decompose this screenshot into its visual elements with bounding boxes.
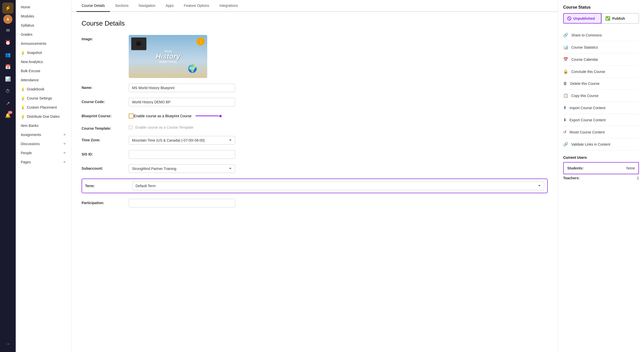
eye-icon-people[interactable]: 👁 — [63, 151, 66, 155]
stats-icon: 📊 — [563, 45, 568, 50]
unpublished-button[interactable]: Unpublished — [563, 13, 601, 24]
inbox-icon[interactable]: ✉ — [2, 25, 13, 36]
participation-input[interactable] — [129, 199, 235, 207]
calendar-icon[interactable]: 📅 — [2, 61, 13, 72]
sidebar-item-bulk-excuse[interactable]: Bulk Excuse — [16, 66, 71, 75]
sidebar-item-modules[interactable]: Modules — [16, 12, 71, 21]
sidebar-item-item-banks[interactable]: Item Banks — [16, 121, 71, 130]
sidebar-item-custom-placement[interactable]: 💡Custom Placement — [16, 103, 71, 112]
time-zone-form-row: Time Zone: Mountain Time (US & Canada) (… — [82, 136, 548, 145]
tab-navigation[interactable]: Navigation — [134, 0, 161, 12]
teachers-row: Teachers: 1 — [563, 174, 639, 182]
students-row: Students: None — [567, 165, 635, 171]
tab-sections[interactable]: Sections — [110, 0, 134, 12]
action-delete-course[interactable]: 🗑 Delete this Course — [563, 78, 639, 90]
image-label: Image: — [82, 35, 125, 41]
sis-id-input[interactable] — [129, 150, 235, 159]
sidebar-item-snapshot[interactable]: 💡Snapshot — [16, 48, 71, 57]
sidebar-item-people[interactable]: People👁 — [16, 148, 71, 158]
action-reset-course-content[interactable]: ↺ Reset Course Content — [563, 126, 639, 138]
action-share-label: Share to Commons — [571, 33, 602, 37]
action-copy-label: Copy this Course — [571, 94, 598, 98]
action-course-statistics[interactable]: 📊 Course Statistics — [563, 41, 639, 53]
lock-icon: 🔒 — [563, 69, 568, 74]
sidebar-item-gradebook[interactable]: 💡Gradebook — [16, 85, 71, 94]
term-form-row-highlighted: Term: Default Term — [82, 179, 548, 193]
no-entry-icon — [567, 16, 571, 21]
course-status-title: Course Status — [563, 5, 639, 10]
sidebar-item-grades[interactable]: Grades — [16, 30, 71, 39]
sidebar-item-syllabus[interactable]: Syllabus — [16, 21, 71, 30]
import-icon: ⬆ — [563, 105, 566, 110]
time-zone-control: Mountain Time (US & Canada) (-07:00/-06:… — [129, 136, 235, 145]
sidebar-item-assignments[interactable]: Assignments👁 — [16, 130, 71, 139]
blueprint-checkbox[interactable] — [129, 113, 134, 119]
clock-icon[interactable]: ⏰ — [2, 37, 13, 48]
sidebar-item-home[interactable]: Home — [16, 3, 71, 12]
subaccount-label: Subaccount: — [82, 164, 125, 170]
export-icon[interactable]: ↗ — [2, 98, 13, 109]
action-conclude-course[interactable]: 🔒 Conclude this Course — [563, 66, 639, 78]
eye-icon-assignments[interactable]: 👁 — [63, 133, 66, 136]
check-icon: ✅ — [605, 16, 610, 21]
sidebar-item-pages[interactable]: Pages👁 — [16, 158, 71, 167]
bulb-icon-course-settings: 💡 — [21, 96, 25, 100]
tab-apps[interactable]: Apps — [161, 0, 179, 12]
action-export-course-content[interactable]: ⬇ Export Course Content — [563, 114, 639, 126]
chart-icon[interactable]: 📊 — [2, 73, 13, 85]
time-zone-label: Time Zone: — [82, 136, 125, 142]
publish-button[interactable]: ✅ Publish — [601, 13, 639, 24]
tab-integrations[interactable]: Integrations — [214, 0, 243, 12]
copy-icon: 📋 — [563, 93, 568, 98]
page-title: Course Details — [82, 19, 548, 27]
participation-form-row: Participation: — [82, 199, 548, 207]
participation-control — [129, 199, 235, 207]
action-course-calendar[interactable]: 📅 Course Calendar — [563, 53, 639, 66]
eye-icon-discussions[interactable]: 👁 — [63, 142, 66, 146]
image-control: 🏛 World History Middle School 🌍 ⋮ — [129, 35, 235, 78]
people-icon[interactable]: 👥 — [2, 49, 13, 60]
time-zone-select[interactable]: Mountain Time (US & Canada) (-07:00/-06:… — [129, 136, 235, 145]
avatar-icon[interactable]: A — [3, 15, 12, 24]
sidebar-item-new-analytics[interactable]: New Analytics — [16, 57, 71, 66]
course-image[interactable]: 🏛 World History Middle School 🌍 ⋮ — [129, 35, 207, 78]
action-copy-course[interactable]: 📋 Copy this Course — [563, 90, 639, 102]
sidebar-item-distribute-due-dates[interactable]: 💡Distribute Due Dates — [16, 112, 71, 121]
sis-id-label: SIS ID: — [82, 150, 125, 156]
bulb-icon-custom: 💡 — [21, 106, 25, 109]
notifications-icon[interactable]: 🔔 10 — [2, 110, 13, 121]
tab-feature-options[interactable]: Feature Options — [179, 0, 214, 12]
image-menu-button[interactable]: ⋮ — [197, 37, 205, 46]
action-validate-links[interactable]: 🔗 Validate Links in Content — [563, 138, 639, 150]
sidebar-item-attendance[interactable]: Attendance — [16, 75, 71, 85]
collapse-sidebar-button[interactable]: → — [2, 338, 13, 349]
course-template-checkbox[interactable] — [129, 125, 133, 129]
course-template-form-row: Course Template: Enable course as a Cour… — [82, 124, 548, 130]
name-form-row: Name: — [82, 84, 548, 92]
students-value: None — [627, 166, 635, 170]
eye-icon-pages[interactable]: 👁 — [63, 160, 66, 164]
current-users-box: Students: None — [563, 162, 639, 174]
subaccount-select[interactable]: StrongMind Partner Training — [129, 164, 235, 173]
course-content-area: Course Details Image: 🏛 World History Mi… — [71, 12, 558, 352]
main-content: Course Details Sections Navigation Apps … — [71, 0, 558, 352]
action-import-course-content[interactable]: ⬆ Import Course Content — [563, 102, 639, 114]
reset-icon: ↺ — [563, 130, 566, 134]
bulb-icon-gradebook: 💡 — [21, 87, 25, 91]
history-icon[interactable]: ⏱ — [2, 86, 13, 97]
action-share-to-commons[interactable]: 🔗 Share to Commons — [563, 29, 639, 41]
subaccount-control: StrongMind Partner Training — [129, 164, 235, 173]
term-control: Default Term — [132, 182, 544, 190]
term-select[interactable]: Default Term — [132, 182, 544, 190]
tab-course-details[interactable]: Course Details — [77, 0, 110, 12]
validate-icon: 🔗 — [563, 142, 568, 147]
subaccount-form-row: Subaccount: StrongMind Partner Training — [82, 164, 548, 173]
sidebar-item-course-settings[interactable]: 💡Course Settings — [16, 94, 71, 103]
course-code-label: Course Code: — [82, 98, 125, 104]
course-code-form-row: Course Code: — [82, 98, 548, 106]
sidebar-item-announcements[interactable]: Announcements — [16, 39, 71, 48]
name-input[interactable] — [129, 84, 235, 92]
sidebar-item-discussions[interactable]: Discussions👁 — [16, 139, 71, 148]
course-code-input[interactable] — [129, 98, 235, 106]
home-nav-icon[interactable]: ⚡ — [2, 3, 13, 14]
